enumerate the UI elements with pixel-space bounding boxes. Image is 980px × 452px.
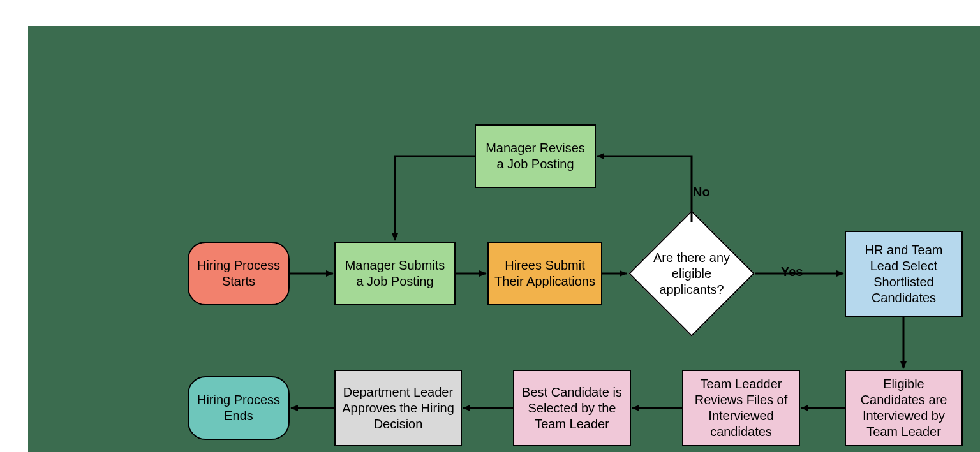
node-submit-posting-label: Manager Submits a Job Posting — [341, 258, 449, 289]
node-end: Hiring Process Ends — [188, 376, 290, 440]
node-hirees-apply: Hirees Submit Their Applications — [487, 242, 602, 305]
node-interview: Eligible Candidates are Interviewed by T… — [845, 370, 963, 446]
node-revise-posting-label: Manager Revises a Job Posting — [481, 140, 590, 172]
node-start-label: Hiring Process Starts — [194, 258, 283, 289]
node-best-candidate: Best Candidate is Selected by the Team L… — [513, 370, 631, 446]
node-best-candidate-label: Best Candidate is Selected by the Team L… — [519, 384, 625, 432]
node-revise-posting: Manager Revises a Job Posting — [475, 124, 596, 188]
node-review-files: Team Leadder Reviews Files of Interviewe… — [682, 370, 800, 446]
node-decision-label: Are there any eligible applicants? — [628, 222, 755, 324]
node-submit-posting: Manager Submits a Job Posting — [334, 242, 456, 305]
edge-label-yes: Yes — [781, 265, 803, 279]
node-end-label: Hiring Process Ends — [194, 392, 283, 424]
node-shortlist: HR and Team Lead Select Shortlisted Cand… — [845, 231, 963, 317]
edge-label-no: No — [693, 185, 710, 200]
node-approve-label: Department Leader Approves the Hiring De… — [341, 384, 456, 432]
node-shortlist-label: HR and Team Lead Select Shortlisted Cand… — [851, 242, 956, 306]
node-interview-label: Eligible Candidates are Interviewed by T… — [851, 376, 956, 440]
node-decision-eligible: Are there any eligible applicants? — [628, 222, 755, 324]
flowchart-canvas: Hiring Process Starts Manager Submits a … — [28, 26, 980, 452]
flowchart-arrows — [28, 26, 980, 452]
node-approve: Department Leader Approves the Hiring De… — [334, 370, 462, 446]
node-hirees-apply-label: Hirees Submit Their Applications — [494, 258, 596, 289]
node-start: Hiring Process Starts — [188, 242, 290, 305]
node-review-files-label: Team Leadder Reviews Files of Interviewe… — [688, 376, 794, 440]
